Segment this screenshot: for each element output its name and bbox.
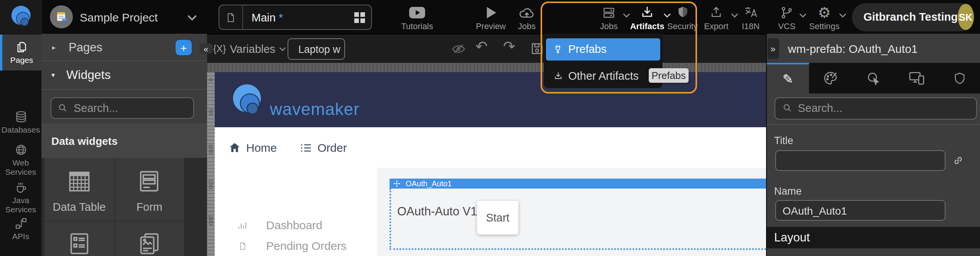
title-field[interactable] [775, 150, 945, 171]
topbar-item-jobs[interactable]: Jobs [592, 0, 626, 34]
wavemaker-studio: Sample Project Main * Tutorials Preview … [0, 0, 980, 256]
widget-tile-list[interactable] [44, 222, 114, 256]
topbar-item-export[interactable]: Export [699, 0, 734, 34]
variables-chevron-down-icon [279, 47, 286, 51]
group-header-data-widgets: Data widgets [41, 123, 207, 158]
selected-widget-bar[interactable]: OAuth_Auto1 [390, 178, 766, 188]
menu-item-prefabs[interactable]: Prefabs [546, 38, 660, 61]
page-tab-label: Main [252, 11, 276, 23]
name-field-label: Name [774, 185, 802, 197]
variables-dropdown[interactable]: {X} Variables [213, 34, 286, 64]
start-button[interactable]: Start [477, 200, 518, 234]
top-bar: Sample Project Main * Tutorials Preview … [0, 0, 980, 34]
tutorials-youtube-icon [408, 6, 426, 19]
properties-header: » wm-prefab: OAuth_Auto1 [766, 34, 980, 63]
title-field-label: Title [774, 135, 793, 146]
tab-devices[interactable] [895, 63, 938, 94]
project-chevron-down-icon[interactable] [187, 15, 197, 21]
widget-tile-form[interactable]: Form [115, 158, 184, 220]
search-icon [58, 102, 68, 113]
undo-icon[interactable]: ↶ [475, 39, 488, 54]
widget-tile-data-table[interactable]: Data Table [44, 158, 114, 220]
menu-item-other-artifacts[interactable]: Other Artifacts [546, 66, 660, 86]
shield-outline-icon [953, 71, 966, 85]
properties-panel: » wm-prefab: OAuth_Auto1 ✎ Search... [766, 34, 980, 256]
project-icon[interactable] [50, 5, 73, 28]
settings-chevron-down-icon [839, 13, 847, 18]
rail-item-java-services[interactable]: Java Services [0, 181, 41, 214]
menu-item-pending-orders[interactable]: Pending Orders [238, 239, 347, 252]
collapse-panel-button[interactable]: « [199, 44, 212, 54]
topbar-item-vcs[interactable]: VCS [773, 0, 801, 34]
rail-item-web-services[interactable]: Web Services [0, 143, 41, 176]
device-preview-button[interactable]: Laptop w [288, 38, 345, 60]
form-icon [137, 169, 162, 194]
data-table-icon [67, 169, 92, 194]
expand-panel-button[interactable]: » [767, 38, 779, 59]
redo-icon[interactable]: ↷ [503, 39, 515, 54]
topbar-item-tutorials[interactable]: Tutorials [397, 0, 437, 34]
rail-item-apis[interactable]: APIs [0, 217, 41, 241]
hide-eye-slash-icon[interactable] [452, 44, 465, 54]
avatar[interactable]: SK [958, 4, 973, 30]
page-icon [225, 11, 236, 23]
vertical-ruler: 0 50 100 150 200 [207, 72, 215, 256]
variables-icon: {X} [213, 44, 226, 54]
pages-grid-icon[interactable] [354, 12, 365, 23]
wave-logo-icon [10, 4, 33, 30]
tab-styles[interactable] [809, 63, 852, 94]
jobs-server-icon [601, 6, 617, 19]
search-placeholder: Search... [74, 102, 118, 114]
pages-collapse-triangle-icon: ▸ [52, 43, 56, 51]
java-services-coffee-icon [14, 181, 27, 194]
interaction-magnifier-cursor-icon [866, 71, 881, 86]
artifacts-download-icon [640, 5, 655, 19]
search-placeholder: Search... [798, 102, 842, 114]
properties-search-field[interactable]: Search... [774, 97, 977, 119]
move-icon[interactable] [393, 180, 400, 187]
home-icon [229, 143, 240, 153]
rail-item-databases[interactable]: Databases [0, 110, 41, 135]
other-artifacts-download-icon [554, 71, 563, 80]
topbar-item-deploy[interactable]: Jobs [510, 0, 544, 34]
section-layout[interactable]: Layout [766, 227, 980, 248]
branch-name: Gitbranch Testing [863, 11, 958, 23]
export-upload-icon [709, 6, 724, 19]
user-menu[interactable]: Gitbranch Testing SK [852, 3, 975, 31]
prefab-heading: OAuth-Auto V1 [397, 204, 477, 218]
app-nav: Home Order [215, 127, 766, 169]
apis-icon [14, 217, 27, 230]
add-page-button[interactable]: + [176, 40, 192, 55]
rail-item-pages[interactable]: Pages [0, 34, 41, 71]
nav-order[interactable]: Order [301, 127, 347, 168]
topbar-item-i18n[interactable]: I18N [736, 0, 765, 34]
design-canvas: 0 50 100 150 200 wavemaker Home Order Da… [207, 63, 766, 256]
topbar-item-artifacts[interactable]: Artifacts [629, 0, 666, 34]
bind-link-icon[interactable] [952, 155, 964, 166]
wavemaker-logo[interactable] [0, 0, 42, 34]
widgets-section-header[interactable]: ▾ Widgets [41, 61, 207, 89]
page-tab-main[interactable]: Main * [219, 5, 372, 30]
name-field[interactable] [775, 200, 945, 221]
topbar-item-security[interactable]: Security [664, 0, 701, 34]
search-icon [782, 103, 793, 113]
prefabs-tooltip: Prefabs [649, 68, 689, 82]
databases-icon [14, 110, 27, 123]
save-icon[interactable] [530, 41, 544, 56]
topbar-item-preview[interactable]: Preview [473, 0, 508, 34]
security-shield-icon [676, 5, 689, 19]
prefab-widget-body[interactable]: OAuth-Auto V1 Start [390, 188, 766, 250]
topbar-item-settings[interactable]: ⚙ Settings [805, 0, 844, 34]
unsaved-marker: * [279, 11, 283, 23]
nav-home[interactable]: Home [229, 127, 277, 168]
list-icon [67, 231, 92, 256]
widget-tile-cards[interactable] [115, 222, 184, 256]
tab-events[interactable] [852, 63, 895, 94]
app-content-area: OAuth_Auto1 OAuth-Auto V1 Start [377, 168, 766, 256]
menu-item-dashboard[interactable]: Dashboard [238, 218, 322, 231]
tab-security[interactable] [938, 63, 980, 94]
tab-properties[interactable]: ✎ [766, 63, 809, 93]
widget-search-field[interactable]: Search... [51, 97, 194, 118]
project-name[interactable]: Sample Project [80, 0, 158, 34]
tab-divider [242, 5, 243, 29]
